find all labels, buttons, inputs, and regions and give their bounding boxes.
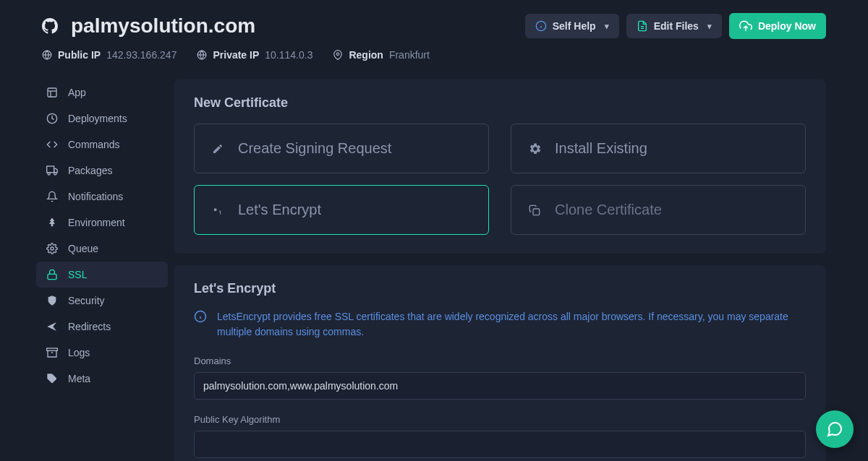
opt-install-existing[interactable]: Install Existing (511, 124, 806, 173)
arrow-icon (46, 321, 58, 332)
chevron-down-icon: ▾ (707, 22, 712, 31)
svg-point-18 (54, 173, 56, 175)
self-help-label: Self Help (553, 20, 596, 32)
opt-label: Install Existing (555, 140, 647, 157)
panel-title: Let's Encrypt (194, 281, 806, 296)
site-title: palmysolution.com (71, 14, 255, 38)
archive-icon (46, 347, 58, 358)
bell-icon (46, 191, 58, 202)
algo-label: Public Key Algorithm (194, 414, 806, 425)
sidebar-item-label: Queue (68, 243, 98, 254)
truck-icon (46, 165, 58, 176)
info-text: LetsEncrypt provides free SSL certificat… (217, 309, 806, 340)
code-icon (46, 139, 58, 150)
sidebar-item-ssl[interactable]: SSL (36, 262, 168, 288)
sidebar-item-label: Notifications (68, 191, 123, 202)
tag-icon (46, 373, 58, 384)
sidebar-item-label: Logs (68, 347, 90, 358)
deploy-label: Deploy Now (758, 20, 816, 32)
globe-icon (42, 50, 52, 60)
info-icon (194, 310, 207, 323)
opt-label: Create Signing Request (238, 140, 391, 157)
sidebar-item-logs[interactable]: Logs (36, 340, 168, 366)
sidebar-item-packages[interactable]: Packages (36, 158, 168, 184)
sidebar-item-label: SSL (68, 269, 87, 280)
pencil-icon (212, 143, 225, 155)
info-icon (535, 20, 547, 32)
sidebar-item-notifications[interactable]: Notifications (36, 184, 168, 210)
gear-icon (529, 142, 542, 155)
svg-rect-23 (533, 209, 540, 215)
sidebar-item-label: Meta (68, 373, 90, 384)
tree-icon (46, 217, 58, 228)
svg-rect-11 (48, 88, 56, 97)
sidebar-item-label: Deployments (68, 113, 127, 124)
chevron-down-icon: ▾ (605, 22, 609, 31)
help-fab[interactable] (816, 410, 854, 448)
private-ip: Private IP 10.114.0.3 (197, 49, 312, 61)
svg-point-19 (51, 247, 54, 250)
svg-marker-16 (54, 168, 58, 172)
svg-rect-15 (47, 166, 54, 173)
lets-encrypt-panel: Let's Encrypt LetsEncrypt provides free … (174, 265, 826, 461)
panel-title: New Certificate (194, 95, 806, 111)
meta-bar: Public IP 142.93.166.247 Private IP 10.1… (0, 46, 868, 74)
edit-files-label: Edit Files (654, 20, 699, 32)
opt-label: Clone Certificate (555, 202, 662, 218)
svg-rect-21 (47, 348, 58, 350)
deploy-now-button[interactable]: Deploy Now (729, 13, 826, 39)
sidebar-item-label: App (68, 87, 86, 98)
sidebar-item-label: Redirects (68, 321, 111, 332)
opt-create-signing[interactable]: Create Signing Request (194, 124, 489, 173)
opt-lets-encrypt[interactable]: Let's Encrypt (194, 185, 489, 235)
region: Region Frankfurt (333, 49, 429, 61)
svg-point-10 (337, 53, 340, 56)
domains-input[interactable] (194, 372, 806, 400)
domains-label: Domains (194, 356, 806, 366)
chat-icon (826, 421, 843, 438)
sidebar-item-security[interactable]: Security (36, 288, 168, 314)
sidebar-item-deployments[interactable]: Deployments (36, 105, 168, 132)
opt-clone-cert[interactable]: Clone Certificate (511, 185, 806, 235)
sidebar-item-label: Environment (68, 217, 125, 228)
info-banner: LetsEncrypt provides free SSL certificat… (194, 309, 806, 340)
lock-icon (46, 269, 58, 280)
key-icon (212, 204, 225, 216)
sidebar-item-environment[interactable]: Environment (36, 210, 168, 236)
sidebar-item-queue[interactable]: Queue (36, 236, 168, 262)
sidebar-item-label: Commands (68, 139, 120, 150)
globe-icon (197, 50, 207, 60)
file-icon (637, 20, 648, 32)
sidebar-item-label: Packages (68, 165, 112, 176)
edit-files-button[interactable]: Edit Files ▾ (626, 14, 722, 38)
new-cert-panel: New Certificate Create Signing Request I… (174, 79, 826, 254)
sidebar-item-redirects[interactable]: Redirects (36, 314, 168, 340)
location-icon (333, 50, 343, 60)
shield-icon (46, 295, 58, 306)
clock-icon (46, 113, 58, 124)
opt-label: Let's Encrypt (238, 202, 321, 218)
copy-icon (529, 204, 542, 216)
gear-icon (46, 243, 58, 254)
algo-input[interactable] (194, 431, 806, 458)
sidebar-item-app[interactable]: App (36, 79, 168, 105)
public-ip: Public IP 142.93.166.247 (42, 49, 176, 61)
sidebar-item-label: Security (68, 295, 105, 306)
sidebar-item-commands[interactable]: Commands (36, 132, 168, 158)
window-icon (46, 87, 58, 98)
cloud-upload-icon (739, 20, 752, 33)
sidebar: App Deployments Commands Packages Notifi… (36, 79, 168, 461)
github-icon (42, 18, 58, 34)
svg-rect-20 (48, 274, 56, 279)
self-help-button[interactable]: Self Help ▾ (525, 14, 619, 38)
svg-point-17 (48, 173, 50, 175)
sidebar-item-meta[interactable]: Meta (36, 366, 168, 392)
